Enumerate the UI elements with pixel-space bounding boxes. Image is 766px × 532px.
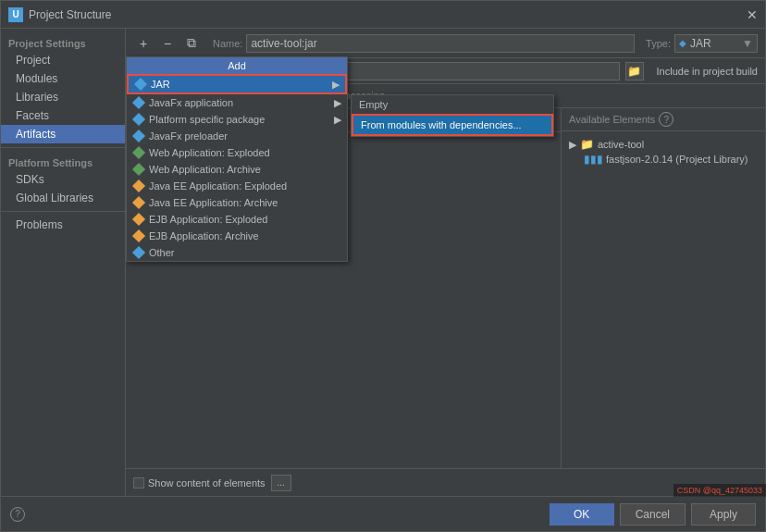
add-menu-item-preloader[interactable]: JavaFx preloader: [127, 128, 347, 144]
sidebar-divider-2: [1, 211, 125, 212]
cancel-button[interactable]: Cancel: [620, 503, 686, 526]
apply-button[interactable]: Apply: [691, 503, 756, 526]
show-content-checkbox[interactable]: [133, 477, 144, 489]
footer-help-icon[interactable]: ?: [10, 507, 25, 522]
name-input[interactable]: [246, 34, 635, 53]
sidebar-item-project[interactable]: Project: [1, 51, 125, 69]
sidebar-item-facets[interactable]: Facets: [1, 106, 125, 125]
jar-submenu: Empty From modules with dependencies...: [351, 94, 554, 137]
toolbar: + − ⧉ Name: Type: ◆ JAR ▼: [126, 29, 765, 58]
available-group-header[interactable]: ▶ 📁 active-tool: [565, 137, 761, 152]
jar-from-modules-option[interactable]: From modules with dependencies...: [352, 114, 553, 136]
add-menu-item-javaee-archive[interactable]: Java EE Application: Archive: [127, 194, 347, 211]
ok-button[interactable]: OK: [550, 503, 614, 526]
jar-empty-option[interactable]: Empty: [352, 95, 553, 114]
sidebar-item-modules[interactable]: Modules: [1, 69, 125, 88]
dialog-footer: ? OK Cancel Apply: [1, 496, 765, 531]
show-content-label: Show content of elements: [148, 477, 266, 489]
type-select[interactable]: ◆ JAR ▼: [674, 34, 758, 53]
add-menu-header: Add: [127, 57, 347, 74]
help-icon[interactable]: ?: [659, 112, 673, 127]
sidebar-divider: [1, 147, 125, 148]
main-content: Project Settings Project Modules Librari…: [1, 29, 765, 496]
add-menu-item-jar[interactable]: JAR ▶ Empty From modules with dependenci…: [127, 74, 347, 94]
name-label: Name:: [213, 38, 242, 49]
jar-arrow-icon: ▶: [332, 79, 340, 91]
platform-arrow-icon: ▶: [334, 114, 341, 126]
sidebar-item-libraries[interactable]: Libraries: [1, 88, 125, 106]
add-button[interactable]: +: [133, 33, 154, 54]
bottom-bar: Show content of elements ...: [126, 468, 765, 496]
sidebar-item-artifacts[interactable]: Artifacts: [1, 125, 125, 143]
add-menu-item-web-archive[interactable]: Web Application: Archive: [127, 161, 347, 178]
folder-browse-button[interactable]: 📁: [625, 62, 644, 80]
add-menu-item-other[interactable]: Other: [127, 244, 347, 261]
project-settings-label: Project Settings: [1, 32, 125, 51]
show-content-checkbox-wrap[interactable]: Show content of elements: [133, 477, 266, 489]
sidebar-item-sdks[interactable]: SDKs: [1, 170, 125, 189]
add-menu-item-javaee-exploded[interactable]: Java EE Application: Exploded: [127, 178, 347, 194]
add-menu-item-ejb-exploded[interactable]: EJB Application: Exploded: [127, 211, 347, 228]
watermark: CSDN @qq_42745033: [673, 484, 766, 497]
group-name: active-tool: [598, 139, 644, 150]
sidebar-item-problems[interactable]: Problems: [1, 216, 125, 234]
copy-button[interactable]: ⧉: [181, 33, 202, 54]
available-item-fastjson[interactable]: ▮▮▮ fastjson-2.0.14 (Project Library): [565, 152, 761, 167]
available-elements-label: Available Elements: [569, 114, 655, 125]
add-menu: Add JAR ▶ Empty From modules with depend…: [126, 56, 348, 262]
available-elements-header: Available Elements ?: [562, 108, 765, 131]
right-content: Available Elements ? ▶ 📁 active-tool ▮▮▮…: [562, 108, 765, 468]
sidebar: Project Settings Project Modules Librari…: [1, 29, 126, 496]
project-structure-dialog: U Project Structure ✕ Project Settings P…: [0, 0, 766, 532]
sidebar-item-global-libraries[interactable]: Global Libraries: [1, 189, 125, 207]
dialog-title: Project Structure: [29, 8, 111, 21]
app-icon: U: [8, 7, 23, 22]
title-bar: U Project Structure ✕: [1, 1, 765, 29]
available-group-active-tool: ▶ 📁 active-tool ▮▮▮ fastjson-2.0.14 (Pro…: [562, 135, 765, 168]
available-elements-tree: ▶ 📁 active-tool ▮▮▮ fastjson-2.0.14 (Pro…: [562, 131, 765, 468]
add-menu-item-ejb-archive[interactable]: EJB Application: Archive: [127, 228, 347, 244]
javafx-arrow-icon: ▶: [334, 97, 341, 109]
type-label: Type:: [646, 38, 671, 49]
add-menu-item-platform[interactable]: Platform specific package ▶: [127, 111, 347, 128]
remove-button[interactable]: −: [157, 33, 178, 54]
add-menu-item-javafx[interactable]: JavaFx application ▶: [127, 94, 347, 111]
close-button[interactable]: ✕: [747, 8, 758, 21]
platform-settings-label: Platform Settings: [1, 152, 125, 170]
add-menu-item-web-exploded[interactable]: Web Application: Exploded: [127, 144, 347, 161]
project-build-label: Include in project build: [657, 66, 758, 77]
dots-button[interactable]: ...: [271, 475, 291, 491]
right-panel: + − ⧉ Name: Type: ◆ JAR ▼ Output directo…: [126, 29, 765, 496]
